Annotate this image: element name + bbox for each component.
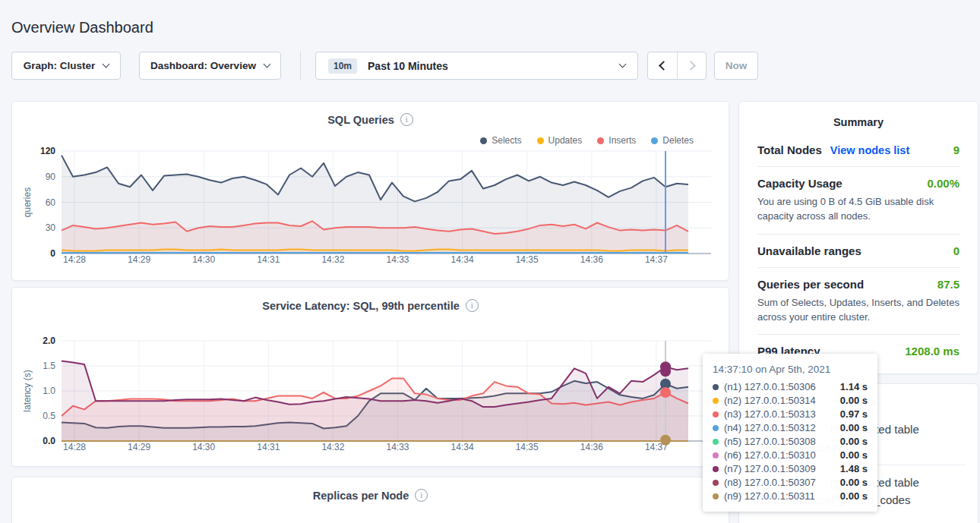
summary-row-value: 0 bbox=[953, 244, 959, 257]
tooltip-node-value: 0.00 s bbox=[840, 394, 868, 408]
service-latency-title: Service Latency: SQL, 99th percentile bbox=[262, 300, 460, 312]
summary-row-note: Sum of Selects, Updates, Inserts, and De… bbox=[757, 296, 959, 325]
svg-text:queries: queries bbox=[22, 187, 33, 217]
svg-text:14:30: 14:30 bbox=[192, 442, 215, 452]
graph-dropdown[interactable]: Graph: Cluster bbox=[11, 52, 121, 80]
svg-text:0.0: 0.0 bbox=[43, 436, 55, 446]
controls-bar: Graph: Cluster Dashboard: Overview 10m P… bbox=[0, 52, 980, 80]
svg-text:14:34: 14:34 bbox=[451, 442, 474, 452]
legend-item: Updates bbox=[537, 135, 583, 146]
tooltip-node-value: 0.00 s bbox=[840, 421, 868, 435]
svg-text:14:33: 14:33 bbox=[386, 442, 409, 452]
summary-row-value: 87.5 bbox=[937, 278, 959, 291]
svg-text:14:30: 14:30 bbox=[192, 254, 215, 265]
node-color-dot-icon bbox=[713, 411, 719, 417]
summary-row-value: 0.00% bbox=[927, 177, 959, 190]
time-range-select[interactable]: 10m Past 10 Minutes bbox=[315, 52, 638, 80]
summary-row-note: You are using 0 B of 4.5 GiB usable disk… bbox=[757, 195, 959, 224]
svg-text:0: 0 bbox=[50, 248, 55, 259]
tooltip-row: (n7) 127.0.0.1:503091.48 s bbox=[713, 462, 868, 476]
replicas-per-node-panel: Replicas per Node i bbox=[11, 477, 729, 523]
tooltip-row: (n5) 127.0.0.1:503080.00 s bbox=[713, 435, 868, 449]
now-button[interactable]: Now bbox=[714, 52, 758, 80]
tooltip-node-value: 0.97 s bbox=[840, 408, 868, 421]
node-color-dot-icon bbox=[713, 480, 719, 486]
node-color-dot-icon bbox=[713, 398, 719, 404]
chart-hover-tooltip: 14:37:10 on Apr 5th, 2021 (n1) 127.0.0.1… bbox=[703, 354, 877, 512]
time-range-badge: 10m bbox=[328, 58, 357, 74]
summary-rows: Total NodesView nodes list9Capacity Usag… bbox=[757, 134, 959, 367]
node-color-dot-icon bbox=[713, 439, 719, 445]
summary-row: Total NodesView nodes list9 bbox=[757, 134, 959, 166]
svg-text:14:32: 14:32 bbox=[321, 254, 344, 265]
tooltip-node-value: 1.48 s bbox=[840, 462, 868, 476]
chevron-down-icon bbox=[103, 61, 110, 68]
tooltip-node-label: (n7) 127.0.0.1:50309 bbox=[724, 462, 816, 476]
info-icon[interactable]: i bbox=[466, 299, 479, 312]
legend-label: Inserts bbox=[609, 135, 636, 146]
tooltip-row: (n9) 127.0.0.1:503110.00 s bbox=[713, 490, 868, 503]
tooltip-node-label: (n2) 127.0.0.1:50314 bbox=[724, 394, 816, 408]
tooltip-node-label: (n3) 127.0.0.1:50313 bbox=[724, 408, 816, 421]
divider bbox=[300, 52, 301, 80]
tooltip-row: (n2) 127.0.0.1:503140.00 s bbox=[713, 394, 868, 408]
info-icon[interactable]: i bbox=[415, 489, 428, 502]
legend-dot-icon bbox=[480, 137, 487, 144]
svg-text:14:32: 14:32 bbox=[321, 442, 344, 452]
tooltip-node-label: (n4) 127.0.0.1:50312 bbox=[724, 421, 816, 435]
node-color-dot-icon bbox=[713, 425, 719, 431]
dashboard-dropdown-label: Dashboard: Overview bbox=[150, 60, 256, 71]
svg-text:14:35: 14:35 bbox=[516, 442, 539, 452]
tooltip-node-label: (n6) 127.0.0.1:50310 bbox=[724, 449, 816, 462]
summary-row-head: Unavailable ranges0 bbox=[757, 244, 959, 257]
chevron-down-icon bbox=[263, 61, 270, 68]
svg-text:14:28: 14:28 bbox=[63, 254, 86, 265]
node-color-dot-icon bbox=[713, 493, 719, 499]
time-range-label: Past 10 Minutes bbox=[368, 60, 448, 72]
legend-label: Deletes bbox=[662, 135, 694, 146]
view-nodes-link[interactable]: View nodes list bbox=[830, 144, 910, 156]
summary-row-head: Capacity Usage0.00% bbox=[757, 177, 959, 190]
summary-row-head: Total NodesView nodes list9 bbox=[757, 143, 959, 156]
svg-text:90: 90 bbox=[46, 172, 56, 182]
svg-text:14:31: 14:31 bbox=[257, 254, 280, 265]
time-forward-button[interactable] bbox=[677, 52, 706, 79]
svg-text:1.5: 1.5 bbox=[43, 361, 55, 371]
sql-queries-panel: SQL Queries i SelectsUpdatesInsertsDelet… bbox=[11, 101, 729, 281]
legend-item: Selects bbox=[480, 135, 521, 146]
svg-text:30: 30 bbox=[46, 222, 56, 233]
svg-text:2.0: 2.0 bbox=[43, 336, 55, 346]
tooltip-node-value: 1.14 s bbox=[840, 380, 868, 394]
legend-label: Updates bbox=[548, 135, 583, 146]
sql-queries-chart[interactable]: 030609012014:2814:2914:3014:3114:3214:33… bbox=[12, 102, 730, 282]
svg-text:14:37: 14:37 bbox=[645, 254, 668, 265]
legend-item: Inserts bbox=[597, 135, 636, 146]
graph-dropdown-label: Graph: Cluster bbox=[24, 60, 96, 71]
tooltip-timestamp: 14:37:10 on Apr 5th, 2021 bbox=[713, 364, 868, 375]
sql-queries-title: SQL Queries bbox=[327, 114, 394, 126]
svg-text:14:34: 14:34 bbox=[451, 254, 474, 265]
svg-text:14:36: 14:36 bbox=[580, 254, 603, 265]
tooltip-node-value: 0.00 s bbox=[840, 490, 868, 503]
time-back-button[interactable] bbox=[648, 52, 677, 79]
tooltip-row: (n8) 127.0.0.1:503070.00 s bbox=[713, 476, 868, 490]
tooltip-row: (n1) 127.0.0.1:503061.14 s bbox=[713, 380, 868, 394]
tooltip-rows: (n1) 127.0.0.1:503061.14 s(n2) 127.0.0.1… bbox=[713, 380, 868, 503]
svg-text:14:35: 14:35 bbox=[516, 254, 539, 265]
svg-text:14:28: 14:28 bbox=[63, 442, 86, 452]
summary-row-label: Total Nodes bbox=[757, 143, 822, 156]
legend-label: Selects bbox=[492, 135, 521, 146]
svg-text:120: 120 bbox=[40, 146, 55, 156]
summary-row-label: Unavailable ranges bbox=[757, 244, 861, 257]
time-nav-group bbox=[647, 52, 707, 80]
service-latency-chart[interactable]: 0.00.51.01.52.014:2814:2914:3014:3114:32… bbox=[12, 288, 730, 468]
svg-text:14:36: 14:36 bbox=[580, 442, 603, 452]
svg-text:latency (s): latency (s) bbox=[22, 370, 33, 411]
summary-row: Queries per second87.5Sum of Selects, Up… bbox=[757, 267, 959, 335]
info-icon[interactable]: i bbox=[400, 113, 413, 126]
summary-row: Capacity Usage0.00%You are using 0 B of … bbox=[757, 166, 959, 234]
tooltip-row: (n6) 127.0.0.1:503100.00 s bbox=[713, 449, 868, 462]
tooltip-node-value: 0.00 s bbox=[840, 449, 868, 462]
dashboard-dropdown[interactable]: Dashboard: Overview bbox=[139, 52, 281, 80]
tooltip-node-value: 0.00 s bbox=[840, 435, 868, 449]
